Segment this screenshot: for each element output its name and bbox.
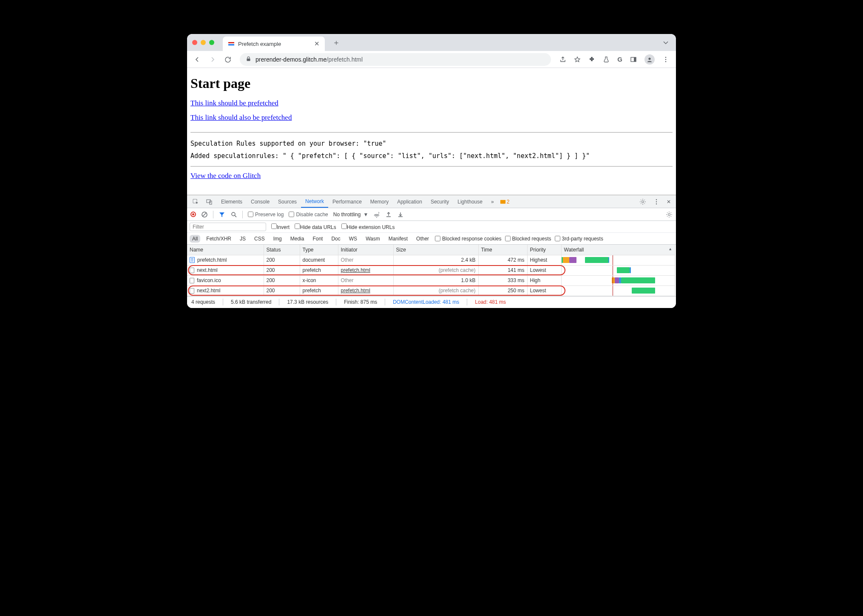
- bookmark-button[interactable]: [571, 54, 584, 65]
- clear-button[interactable]: [201, 211, 208, 218]
- devtools-tab-elements[interactable]: Elements: [217, 195, 247, 208]
- waterfall-bar: [561, 285, 675, 296]
- import-icon[interactable]: [385, 211, 392, 218]
- column-size[interactable]: Size: [393, 245, 478, 255]
- extensions-button[interactable]: [585, 54, 599, 65]
- devtools-tab-network[interactable]: Network: [301, 195, 328, 208]
- network-settings-icon[interactable]: [666, 211, 673, 218]
- filter-input[interactable]: [190, 223, 266, 231]
- type-filter-all[interactable]: All: [190, 235, 200, 243]
- network-table-wrapper: NameStatusTypeInitiatorSizeTimePriorityW…: [187, 245, 676, 296]
- column-initiator[interactable]: Initiator: [338, 245, 393, 255]
- devtools-tabbar: ElementsConsoleSourcesNetworkPerformance…: [187, 195, 676, 208]
- close-window-button[interactable]: [192, 40, 197, 45]
- minimize-window-button[interactable]: [201, 40, 206, 45]
- type-filter-manifest[interactable]: Manifest: [386, 235, 410, 243]
- tab-search-button[interactable]: [661, 37, 671, 48]
- network-toolbar: Preserve log Disable cache No throttling…: [187, 208, 676, 221]
- devtools-panel: ElementsConsoleSourcesNetworkPerformance…: [187, 195, 676, 308]
- type-filter-other[interactable]: Other: [414, 235, 432, 243]
- menu-button[interactable]: [659, 54, 673, 65]
- preserve-log-checkbox[interactable]: Preserve log: [248, 212, 284, 218]
- devtools-tab-performance[interactable]: Performance: [328, 195, 366, 208]
- type-filter-fetchxhr[interactable]: Fetch/XHR: [204, 235, 234, 243]
- devtools-tab-memory[interactable]: Memory: [366, 195, 393, 208]
- glitch-link[interactable]: View the code on Glitch: [190, 172, 261, 180]
- network-row[interactable]: next.html200prefetchprefetch.html(prefet…: [187, 265, 676, 275]
- warnings-badge[interactable]: 2: [498, 199, 511, 205]
- devtools-tab-lighthouse[interactable]: Lighthouse: [453, 195, 487, 208]
- close-tab-button[interactable]: ✕: [314, 40, 320, 48]
- initiator-link[interactable]: prefetch.html: [341, 267, 370, 273]
- svg-point-7: [665, 57, 667, 58]
- column-waterfall[interactable]: Waterfall: [561, 245, 675, 255]
- share-button[interactable]: [556, 54, 570, 65]
- file-icon: [190, 278, 194, 283]
- settings-icon[interactable]: [637, 198, 649, 205]
- finish-time: Finish: 875 ms: [344, 299, 377, 305]
- labs-button[interactable]: [599, 54, 613, 65]
- type-filter-ws[interactable]: WS: [346, 235, 360, 243]
- third-party-requests-checkbox[interactable]: 3rd-party requests: [555, 236, 603, 242]
- resources-size: 17.3 kB resources: [287, 299, 328, 305]
- svg-line-21: [235, 215, 236, 217]
- kebab-icon[interactable]: [650, 198, 662, 205]
- hide-extension-urls-checkbox[interactable]: Hide extension URLs: [341, 223, 395, 230]
- type-filter-img[interactable]: Img: [271, 235, 284, 243]
- network-filter-bar: Invert Hide data URLs Hide extension URL…: [187, 221, 676, 233]
- device-icon[interactable]: [203, 198, 215, 205]
- svg-rect-13: [500, 200, 505, 203]
- forward-button[interactable]: [206, 54, 219, 65]
- type-filter-wasm[interactable]: Wasm: [363, 235, 383, 243]
- record-button[interactable]: [190, 212, 196, 217]
- svg-rect-3: [247, 58, 250, 61]
- network-row[interactable]: favicon.ico200x-iconOther1.0 kB333 msHig…: [187, 275, 676, 285]
- inspect-icon[interactable]: [190, 198, 202, 205]
- column-status[interactable]: Status: [264, 245, 300, 255]
- resource-type-filter: AllFetch/XHRJSCSSImgMediaFontDocWSWasmMa…: [187, 233, 676, 245]
- column-time[interactable]: Time: [478, 245, 527, 255]
- type-filter-doc[interactable]: Doc: [329, 235, 343, 243]
- column-type[interactable]: Type: [300, 245, 338, 255]
- network-conditions-icon[interactable]: [373, 211, 380, 218]
- search-icon[interactable]: [230, 211, 237, 218]
- close-devtools-icon[interactable]: ✕: [664, 199, 673, 205]
- svg-rect-0: [228, 42, 234, 43]
- more-tabs-icon[interactable]: »: [488, 199, 497, 205]
- column-name[interactable]: Name: [187, 245, 264, 255]
- reload-button[interactable]: [221, 54, 235, 65]
- speculation-rules-text: Added speculationrules: " { "prefetch": …: [190, 150, 673, 162]
- prefetch-link-1[interactable]: This link should be prefetched: [190, 99, 278, 107]
- column-priority[interactable]: Priority: [527, 245, 561, 255]
- invert-checkbox[interactable]: Invert: [271, 223, 290, 230]
- network-row[interactable]: next2.html200prefetchprefetch.html(prefe…: [187, 285, 676, 296]
- type-filter-css[interactable]: CSS: [252, 235, 267, 243]
- network-row[interactable]: prefetch.html200documentOther2.4 kB472 m…: [187, 255, 676, 265]
- type-filter-font[interactable]: Font: [310, 235, 325, 243]
- google-button[interactable]: G: [614, 53, 626, 65]
- export-icon[interactable]: [397, 211, 404, 218]
- devtools-tab-security[interactable]: Security: [426, 195, 453, 208]
- sidepanel-button[interactable]: [627, 54, 640, 65]
- filter-icon[interactable]: [219, 211, 225, 218]
- address-bar[interactable]: prerender-demos.glitch.me/prefetch.html: [240, 53, 551, 66]
- throttling-select[interactable]: No throttling ▼: [333, 212, 369, 218]
- blocked-requests-checkbox[interactable]: Blocked requests: [505, 236, 551, 242]
- maximize-window-button[interactable]: [209, 40, 214, 45]
- type-filter-js[interactable]: JS: [237, 235, 248, 243]
- hide-data-urls-checkbox[interactable]: Hide data URLs: [295, 223, 336, 230]
- request-count: 4 requests: [191, 299, 215, 305]
- prefetch-link-2[interactable]: This link should also be prefetched: [190, 113, 292, 122]
- blocked-response-cookies-checkbox[interactable]: Blocked response cookies: [435, 236, 501, 242]
- disable-cache-checkbox[interactable]: Disable cache: [289, 212, 328, 218]
- type-filter-media[interactable]: Media: [288, 235, 307, 243]
- profile-button[interactable]: [641, 52, 658, 67]
- initiator-link[interactable]: prefetch.html: [341, 288, 370, 294]
- back-button[interactable]: [190, 54, 204, 65]
- devtools-tab-sources[interactable]: Sources: [274, 195, 301, 208]
- devtools-tab-application[interactable]: Application: [393, 195, 426, 208]
- svg-point-9: [665, 61, 667, 62]
- devtools-tab-console[interactable]: Console: [247, 195, 274, 208]
- new-tab-button[interactable]: ＋: [328, 36, 344, 49]
- browser-tab[interactable]: Prefetch example ✕: [223, 37, 325, 51]
